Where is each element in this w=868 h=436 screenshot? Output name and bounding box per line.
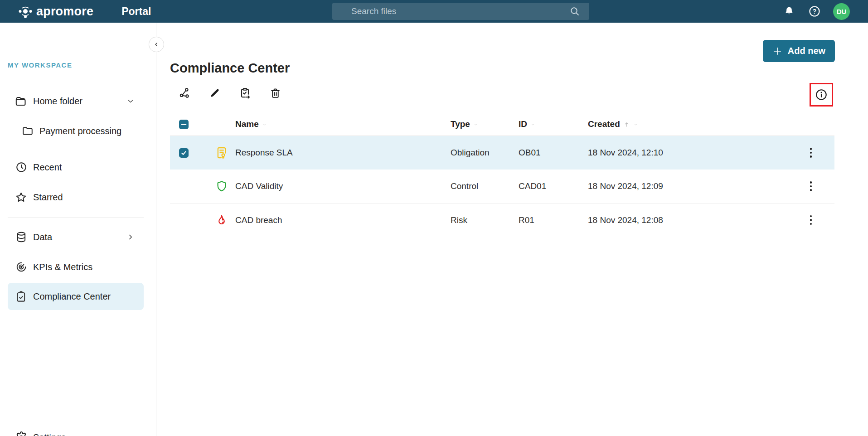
topbar-actions: ? DU (782, 0, 850, 23)
row-name: CAD Validity (235, 181, 451, 191)
sidebar-item-label: Compliance Center (33, 291, 111, 302)
row-name: CAD breach (235, 215, 451, 225)
table-header-row: Name Type ID Created (170, 113, 834, 136)
row-menu-kebab-icon[interactable] (805, 213, 817, 228)
column-header-id[interactable]: ID (519, 119, 588, 129)
sidebar-item-label: Home folder (33, 96, 82, 107)
sidebar-item-label: Starred (33, 192, 63, 203)
obligation-certificate-icon (215, 146, 228, 160)
trash-icon[interactable] (269, 87, 281, 99)
chevron-down-icon[interactable] (126, 97, 135, 105)
column-header-type[interactable]: Type (451, 119, 519, 129)
column-header-created[interactable]: Created (588, 119, 787, 129)
row-created: 18 Nov 2024, 12:10 (588, 148, 787, 158)
folder-icon (15, 95, 27, 107)
row-created: 18 Nov 2024, 12:09 (588, 181, 787, 191)
table-row[interactable]: Response SLA Obligation OB01 18 Nov 2024… (170, 136, 834, 170)
sidebar-item-label: Data (33, 232, 52, 242)
clipboard-export-icon[interactable] (239, 87, 251, 99)
sort-chevron-icon (473, 122, 478, 127)
search-icon[interactable] (569, 6, 580, 17)
share-icon[interactable] (178, 87, 190, 99)
clipboard-check-icon (15, 291, 27, 303)
sidebar-item-payment-processing[interactable]: Payment processing (0, 122, 156, 140)
select-all-checkbox[interactable] (179, 120, 189, 129)
sort-chevron-icon (262, 122, 267, 127)
compliance-table: Name Type ID Created (170, 113, 834, 237)
table-row[interactable]: CAD Validity Control CAD01 18 Nov 2024, … (170, 170, 834, 203)
row-id: R01 (519, 215, 588, 225)
chevron-right-icon[interactable] (126, 233, 135, 241)
sort-chevron-icon (633, 122, 638, 127)
annotation-highlight-box (810, 83, 833, 107)
sort-chevron-icon (530, 122, 535, 127)
info-icon[interactable] (815, 88, 828, 102)
sidebar-item-label: KPIs & Metrics (33, 262, 92, 272)
row-type: Obligation (451, 148, 519, 158)
svg-text:?: ? (813, 8, 817, 15)
workspace-section-label: MY WORKSPACE (8, 61, 72, 69)
apromore-logo-icon (18, 4, 33, 19)
sidebar-item-label: Recent (33, 162, 62, 173)
file-toolbar (178, 87, 281, 99)
row-name: Response SLA (235, 148, 451, 158)
main-content: Compliance Center (157, 23, 868, 436)
sort-ascending-arrow-icon (623, 121, 630, 128)
row-menu-kebab-icon[interactable] (805, 179, 817, 194)
sidebar-item-kpis-metrics[interactable]: KPIs & Metrics (0, 258, 156, 276)
database-icon (15, 231, 27, 243)
gear-icon (15, 431, 27, 436)
risk-flame-icon (215, 214, 228, 227)
top-bar: apromore Portal ? DU (0, 0, 868, 23)
search-box (332, 3, 589, 20)
add-new-label: Add new (788, 46, 825, 56)
brand: apromore (18, 4, 93, 19)
column-header-name[interactable]: Name (235, 119, 451, 129)
sidebar-item-starred[interactable]: Starred (0, 188, 156, 206)
table-row[interactable]: CAD breach Risk R01 18 Nov 2024, 12:08 (170, 203, 834, 237)
row-id: OB01 (519, 148, 588, 158)
help-icon[interactable]: ? (808, 5, 821, 18)
row-menu-kebab-icon[interactable] (805, 145, 817, 160)
sidebar-item-recent[interactable]: Recent (0, 158, 156, 176)
star-icon (15, 191, 27, 203)
kpi-gauge-icon (15, 261, 27, 273)
edit-pencil-icon[interactable] (209, 87, 221, 99)
sidebar-item-compliance-center[interactable]: Compliance Center (8, 283, 144, 310)
plus-icon (772, 46, 782, 56)
sidebar-item-home-folder[interactable]: Home folder (0, 92, 156, 110)
row-type: Control (451, 181, 519, 191)
sidebar: MY WORKSPACE Home folder Payment process… (0, 23, 156, 436)
row-checkbox-checked[interactable] (179, 148, 189, 158)
sidebar-item-label: Settings (33, 432, 66, 436)
row-id: CAD01 (519, 181, 588, 191)
brand-name: apromore (36, 5, 93, 19)
page-title: Compliance Center (170, 61, 290, 76)
add-new-button[interactable]: Add new (763, 40, 835, 62)
folder-icon (21, 125, 34, 137)
user-avatar[interactable]: DU (833, 3, 850, 20)
sidebar-collapse-button[interactable] (149, 37, 164, 52)
sidebar-item-label: Payment processing (39, 126, 121, 136)
notifications-bell-icon[interactable] (782, 5, 796, 18)
clock-icon (15, 161, 27, 173)
row-created: 18 Nov 2024, 12:08 (588, 215, 787, 225)
control-shield-icon (215, 180, 228, 193)
sidebar-item-settings[interactable]: Settings (0, 428, 156, 436)
search-input[interactable] (332, 3, 589, 20)
sidebar-divider (8, 218, 144, 218)
sidebar-item-data[interactable]: Data (0, 228, 156, 246)
chevron-left-icon (152, 40, 160, 48)
row-type: Risk (451, 215, 519, 225)
product-name: Portal (121, 5, 151, 18)
